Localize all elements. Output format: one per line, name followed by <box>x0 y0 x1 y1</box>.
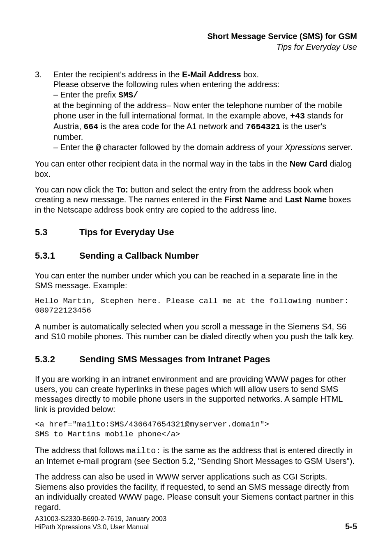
text: box. <box>241 70 259 79</box>
text: – Enter the prefix <box>53 90 118 99</box>
text: – Enter the <box>53 143 96 152</box>
paragraph: A number is automatically selected when … <box>35 322 357 342</box>
text: character followed by the domain address… <box>101 143 285 152</box>
paragraph: The address can also be used in WWW serv… <box>35 472 357 512</box>
section-title: Sending SMS Messages from Intranet Pages <box>79 354 270 365</box>
step-3: 3. Enter the recipient's address in the … <box>35 70 357 153</box>
step-body: Enter the recipient's address in the E-M… <box>53 70 357 153</box>
step-number: 3. <box>35 70 53 153</box>
section-title: Tips for Everyday Use <box>79 227 174 238</box>
section-number: 5.3 <box>35 227 79 238</box>
paragraph: The address that follows mailto: is the … <box>35 445 357 466</box>
page-header: Short Message Service (SMS) for GSM Tips… <box>35 31 357 52</box>
code-text: 664 <box>83 122 98 132</box>
text: and <box>267 195 285 204</box>
section-number: 5.3.1 <box>35 250 79 262</box>
bold-text: New Card <box>290 159 327 168</box>
paragraph: You can enter other recipient data in th… <box>35 159 357 179</box>
bold-text: To: <box>116 185 128 194</box>
text: You can now click the <box>35 185 116 194</box>
code-text: mailto: <box>126 446 161 456</box>
bold-text: First Name <box>224 195 267 204</box>
text: You can enter other recipient data in th… <box>35 159 290 168</box>
footer-doc-id: A31003-S2330-B690-2-7619, January 2003 <box>35 514 166 523</box>
footer-page-number: 5-5 <box>345 522 357 531</box>
text: Please observe the following rules when … <box>53 80 279 89</box>
section-title: Sending a Callback Number <box>79 250 199 262</box>
paragraph: You can enter the number under which you… <box>35 271 357 291</box>
section-number: 5.3.2 <box>35 354 79 365</box>
text: The address that follows <box>35 446 126 455</box>
code-text: +43 <box>290 111 305 121</box>
text: Enter the recipient's address in the <box>53 70 182 79</box>
footer-left: A31003-S2330-B690-2-7619, January 2003 H… <box>35 514 166 531</box>
bold-text: E-Mail Address <box>182 70 241 79</box>
section-heading-5-3-1: 5.3.1 Sending a Callback Number <box>35 250 357 262</box>
code-block: <a href="mailto:SMS/436647654321@myserve… <box>35 420 357 440</box>
header-subtitle: Tips for Everyday Use <box>35 42 357 52</box>
bold-text: Last Name <box>285 195 327 204</box>
italic-text: Xpressions <box>285 143 325 152</box>
code-text: SMS/ <box>118 90 138 100</box>
section-heading-5-3: 5.3 Tips for Everyday Use <box>35 227 357 238</box>
page-footer: A31003-S2330-B690-2-7619, January 2003 H… <box>35 514 357 531</box>
paragraph: You can now click the To: button and sel… <box>35 185 357 215</box>
code-text: @ <box>96 143 101 153</box>
text: is the area code for the A1 network and <box>98 122 246 131</box>
footer-product: HiPath Xpressions V3.0, User Manual <box>35 523 166 531</box>
paragraph: If you are working in an intranet enviro… <box>35 374 357 415</box>
text: server. <box>325 143 353 152</box>
code-block: Hello Martin, Stephen here. Please call … <box>35 297 357 316</box>
header-title: Short Message Service (SMS) for GSM <box>35 31 357 42</box>
section-heading-5-3-2: 5.3.2 Sending SMS Messages from Intranet… <box>35 354 357 365</box>
code-text: 7654321 <box>246 122 281 132</box>
